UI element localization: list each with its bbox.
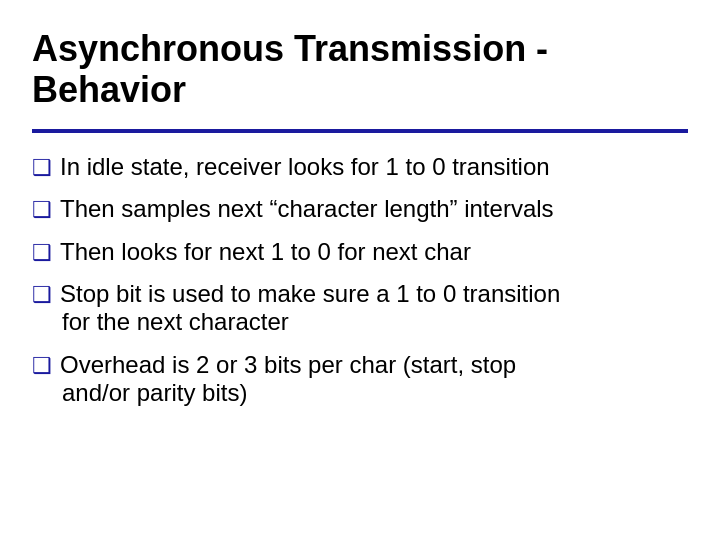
bullet-icon: ❑	[32, 238, 52, 268]
bullet-text: In idle state, receiver looks for 1 to 0…	[60, 151, 550, 183]
bullet-text: Then samples next “character length” int…	[60, 193, 554, 225]
list-item: ❑ Then looks for next 1 to 0 for next ch…	[32, 236, 688, 268]
slide-title: Asynchronous Transmission - Behavior	[32, 28, 688, 111]
continuation-text: for the next character	[62, 306, 289, 338]
bullet-text: Then looks for next 1 to 0 for next char	[60, 236, 471, 268]
title-line2: Behavior	[32, 69, 186, 110]
title-section: Asynchronous Transmission - Behavior	[32, 28, 688, 111]
title-line1: Asynchronous Transmission -	[32, 28, 548, 69]
bullet-continuation: and/or parity bits)	[32, 377, 688, 409]
title-divider	[32, 129, 688, 133]
bullet-icon: ❑	[32, 351, 52, 381]
continuation-text: and/or parity bits)	[62, 377, 247, 409]
bullet-icon: ❑	[32, 280, 52, 310]
bullet-icon: ❑	[32, 153, 52, 183]
list-item: ❑ Then samples next “character length” i…	[32, 193, 688, 225]
content-section: ❑ In idle state, receiver looks for 1 to…	[32, 151, 688, 410]
slide-container: Asynchronous Transmission - Behavior ❑ I…	[0, 0, 720, 540]
list-item: ❑ Stop bit is used to make sure a 1 to 0…	[32, 278, 688, 339]
list-item: ❑ In idle state, receiver looks for 1 to…	[32, 151, 688, 183]
bullet-icon: ❑	[32, 195, 52, 225]
bullet-continuation: for the next character	[32, 306, 688, 338]
list-item: ❑ Overhead is 2 or 3 bits per char (star…	[32, 349, 688, 410]
